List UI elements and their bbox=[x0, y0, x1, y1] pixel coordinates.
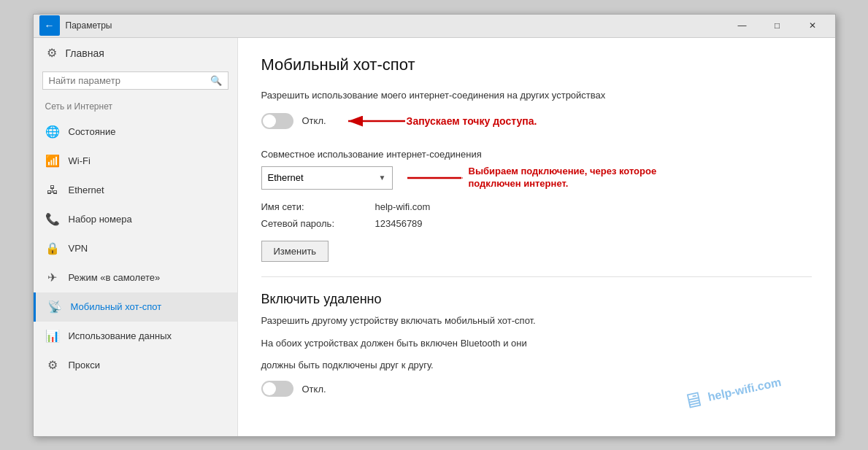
sidebar-item-ethernet[interactable]: 🖧 Ethernet bbox=[34, 176, 237, 205]
ethernet-icon: 🖧 bbox=[45, 183, 60, 198]
sharing-label: Совместное использование интернет-соедин… bbox=[261, 149, 812, 160]
sidebar-item-data[interactable]: 📊 Использование данных bbox=[34, 322, 237, 351]
remote-toggle[interactable] bbox=[261, 381, 293, 397]
proxy-label: Прокси bbox=[69, 360, 100, 371]
toggle-knob-2 bbox=[263, 382, 276, 395]
home-nav-item[interactable]: ⚙ Главная bbox=[34, 38, 237, 69]
proxy-icon: ⚙ bbox=[45, 358, 60, 373]
sidebar-item-wifi[interactable]: 📶 Wi-Fi bbox=[34, 147, 237, 176]
hotspot-description: Разрешить использование моего интернет-с… bbox=[261, 89, 812, 102]
toggle1-annotation-text: Запускаем точку доступа. bbox=[407, 115, 537, 127]
search-box[interactable]: 🔍 bbox=[42, 71, 228, 90]
main-content: Мобильный хот-спот Разрешить использован… bbox=[238, 38, 835, 436]
status-label: Состояние bbox=[69, 126, 116, 137]
arrow2-icon bbox=[404, 168, 463, 188]
network-password-label: Сетевой пароль: bbox=[261, 218, 364, 229]
toggle-annotation: Запускаем точку доступа. bbox=[341, 111, 537, 131]
sharing-section: Совместное использование интернет-соедин… bbox=[261, 149, 812, 190]
sidebar-section-title: Сеть и Интернет bbox=[34, 98, 237, 117]
sidebar-nav: 🌐 Состояние 📶 Wi-Fi 🖧 Ethernet 📞 Набор н… bbox=[34, 117, 237, 380]
sidebar-item-hotspot[interactable]: 📡 Мобильный хот-спот bbox=[34, 292, 237, 322]
dropdown-annotation-text: Выбираем подключение, через которое подк… bbox=[469, 166, 657, 190]
window-title: Параметры bbox=[66, 20, 726, 31]
search-icon: 🔍 bbox=[210, 75, 222, 86]
dropdown-value: Ethernet bbox=[268, 172, 304, 183]
home-label: Главная bbox=[66, 47, 104, 59]
ethernet-label: Ethernet bbox=[69, 185, 104, 195]
main-inner: Мобильный хот-спот Разрешить использован… bbox=[261, 55, 812, 397]
window-controls: — □ ✕ bbox=[726, 15, 829, 36]
remote-title: Включить удаленно bbox=[261, 292, 812, 307]
dropdown-annotation-container: Выбираем подключение, через которое подк… bbox=[404, 166, 657, 190]
sidebar-item-status[interactable]: 🌐 Состояние bbox=[34, 117, 237, 147]
content-area: ⚙ Главная 🔍 Сеть и Интернет 🌐 Состояние … bbox=[34, 38, 835, 436]
change-button[interactable]: Изменить bbox=[261, 241, 329, 262]
network-info: Имя сети: help-wifi.com Сетевой пароль: … bbox=[261, 201, 812, 229]
search-input[interactable] bbox=[49, 75, 210, 86]
dropdown-annotation-line1: Выбираем подключение, через которое bbox=[469, 166, 657, 178]
sharing-dropdown-row: Ethernet ▼ bbox=[261, 166, 812, 190]
connection-dropdown[interactable]: Ethernet ▼ bbox=[261, 166, 393, 190]
sidebar-item-airplane[interactable]: ✈ Режим «в самолете» bbox=[34, 263, 237, 292]
sidebar-item-proxy[interactable]: ⚙ Прокси bbox=[34, 351, 237, 380]
status-icon: 🌐 bbox=[45, 125, 60, 139]
minimize-button[interactable]: — bbox=[726, 15, 759, 36]
toggle1-state-label: Откл. bbox=[302, 115, 326, 126]
page-title: Мобильный хот-спот bbox=[261, 55, 812, 74]
home-icon: ⚙ bbox=[45, 47, 58, 60]
maximize-button[interactable]: □ bbox=[761, 15, 794, 36]
hotspot-toggle-row: Откл. Запускаем точк bbox=[261, 111, 812, 131]
airplane-label: Режим «в самолете» bbox=[69, 272, 161, 283]
wifi-label: Wi-Fi bbox=[69, 155, 91, 166]
network-name-value: help-wifi.com bbox=[375, 201, 812, 212]
remote-desc3: должны быть подключены друг к другу. bbox=[261, 359, 812, 372]
toggle-knob-1 bbox=[263, 115, 276, 128]
dropdown-arrow-icon: ▼ bbox=[379, 174, 386, 182]
arrow1-icon bbox=[341, 111, 407, 131]
data-icon: 📊 bbox=[45, 329, 60, 344]
back-button[interactable]: ← bbox=[39, 15, 60, 36]
hotspot-icon: 📡 bbox=[47, 300, 62, 314]
sidebar: ⚙ Главная 🔍 Сеть и Интернет 🌐 Состояние … bbox=[34, 38, 238, 436]
network-name-label: Имя сети: bbox=[261, 201, 364, 212]
dial-icon: 📞 bbox=[45, 212, 60, 227]
vpn-icon: 🔒 bbox=[45, 241, 60, 256]
toggle2-state-label: Откл. bbox=[302, 384, 326, 395]
data-label: Использование данных bbox=[69, 330, 172, 341]
airplane-icon: ✈ bbox=[45, 271, 60, 285]
hotspot-toggle-section: Разрешить использование моего интернет-с… bbox=[261, 89, 812, 131]
sidebar-item-vpn[interactable]: 🔒 VPN bbox=[34, 234, 237, 263]
wifi-icon: 📶 bbox=[45, 154, 60, 168]
vpn-label: VPN bbox=[69, 243, 88, 254]
hotspot-label: Мобильный хот-спот bbox=[71, 301, 162, 312]
divider bbox=[261, 276, 812, 277]
remote-desc2: На обоих устройствах должен быть включен… bbox=[261, 337, 812, 350]
watermark-icon: 🖥 bbox=[681, 387, 706, 414]
dial-label: Набор номера bbox=[69, 214, 132, 225]
sidebar-item-dial[interactable]: 📞 Набор номера bbox=[34, 205, 237, 234]
hotspot-toggle[interactable] bbox=[261, 113, 293, 129]
window: ← Параметры — □ ✕ ⚙ Главная 🔍 Сеть и Инт… bbox=[33, 14, 836, 437]
network-password-value: 123456789 bbox=[375, 218, 812, 229]
close-button[interactable]: ✕ bbox=[796, 15, 829, 36]
titlebar: ← Параметры — □ ✕ bbox=[34, 15, 835, 38]
dropdown-annotation-line2: подключен интернет. bbox=[469, 178, 657, 190]
remote-desc1: Разрешить другому устройству включать мо… bbox=[261, 314, 812, 327]
